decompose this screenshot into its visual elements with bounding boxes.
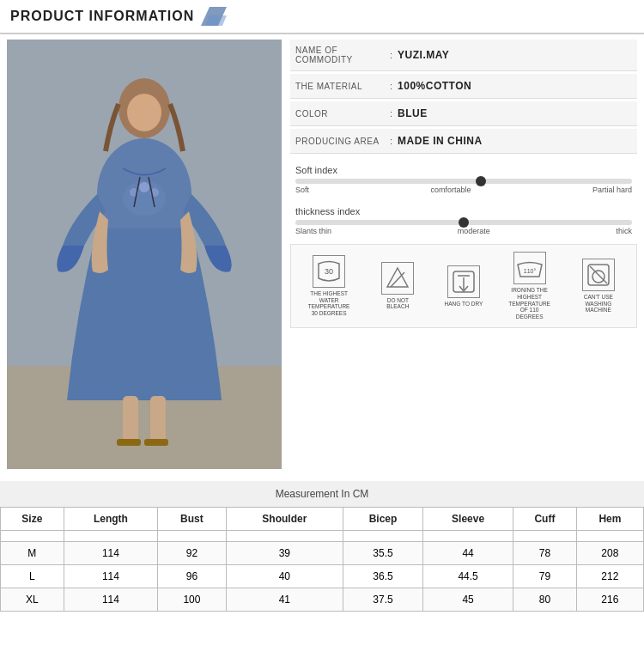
thickness-label-mid: moderate — [458, 227, 490, 235]
svg-rect-16 — [144, 439, 168, 446]
thickness-index-bar — [295, 220, 632, 225]
care-dry-item: HANG TO DRY — [445, 265, 483, 308]
product-image — [7, 40, 282, 469]
svg-rect-15 — [117, 439, 141, 446]
page-header: PRODUCT INFORMATION — [0, 0, 644, 34]
producing-label: PRODUCING AREA — [295, 137, 390, 146]
cell-6: 78 — [513, 542, 577, 565]
svg-rect-14 — [150, 396, 166, 443]
svg-point-12 — [127, 94, 161, 131]
soft-index-dot — [476, 176, 486, 186]
info-row-producing: PRODUCING AREA : MADE IN CHINA — [290, 129, 637, 154]
svg-point-24 — [592, 271, 605, 283]
cell-3: 41 — [226, 588, 343, 612]
cell-7: 216 — [576, 588, 643, 612]
soft-label-right: Partial hard — [592, 186, 632, 194]
measurement-title: Measurement In CM — [7, 484, 637, 503]
cell-7: 208 — [576, 542, 643, 565]
care-machine-label: CAN'T USEWASHING MACHINE — [576, 294, 621, 314]
col-cuff: Cuff — [513, 508, 577, 531]
care-icons-section: 30 THE HIGHEST WATERTEMPERATURE 30 DEGRE… — [290, 244, 637, 328]
cell-0: XL — [1, 588, 64, 612]
cell-7: 212 — [576, 565, 643, 588]
cell-4: 37.5 — [343, 588, 422, 612]
svg-rect-13 — [123, 396, 138, 443]
care-iron-item: 110° IRONING THE HIGHESTTEMPERATURE OF 1… — [507, 252, 552, 320]
cell-3: 40 — [226, 565, 343, 588]
soft-label-mid: comfortable — [430, 186, 471, 194]
col-bust: Bust — [158, 508, 227, 531]
product-info-panel: NAME OF COMMODITY : YUZI.MAY THE MATERIA… — [290, 40, 637, 476]
cell-6: 79 — [513, 565, 577, 588]
cell-4: 36.5 — [343, 565, 422, 588]
cell-2: 92 — [158, 542, 227, 565]
color-value: BLUE — [398, 107, 428, 119]
header-decoration-icon — [201, 7, 227, 26]
thickness-index-section: thickness index Slants thin moderate thi… — [290, 203, 637, 239]
col-bicep: Bicep — [343, 508, 422, 531]
care-iron-icon: 110° — [513, 252, 546, 284]
measurement-section: Measurement In CM — [0, 481, 644, 507]
care-dry-icon — [447, 265, 480, 298]
info-row-color: COLOR : BLUE — [290, 101, 637, 126]
thickness-index-title: thickness index — [295, 206, 632, 216]
cell-6: 80 — [513, 588, 577, 612]
care-machine-icon — [582, 259, 615, 291]
info-row-material: THE MATERIAL : 100%COTTON — [290, 74, 637, 99]
cell-5: 44 — [423, 542, 513, 565]
care-iron-label: IRONING THE HIGHESTTEMPERATURE OF 110 DE… — [507, 287, 552, 320]
care-machine-item: CAN'T USEWASHING MACHINE — [576, 259, 621, 314]
cell-1: 114 — [64, 542, 157, 565]
soft-index-section: Soft index Soft comfortable Partial hard — [290, 161, 637, 198]
table-row: XL1141004137.54580216 — [1, 588, 644, 612]
care-wash-icon: 30 — [313, 255, 345, 288]
measurement-table: Size Length Bust Shoulder Bicep Sleeve C… — [0, 507, 644, 612]
svg-line-19 — [391, 272, 404, 287]
producing-value: MADE IN CHINA — [398, 135, 483, 147]
cell-5: 45 — [423, 588, 513, 612]
thickness-index-dot — [459, 217, 469, 228]
cell-1: 114 — [64, 588, 157, 612]
page-title: PRODUCT INFORMATION — [10, 9, 194, 24]
soft-index-title: Soft index — [295, 165, 632, 175]
material-value: 100%COTTON — [398, 80, 471, 92]
cell-0: M — [1, 542, 64, 565]
care-bleach-icon — [381, 262, 414, 295]
care-dry-label: HANG TO DRY — [445, 301, 483, 308]
col-size: Size — [1, 508, 64, 531]
care-bleach-item: DO NOT BLEACH — [375, 262, 420, 311]
cell-1: 114 — [64, 565, 157, 588]
care-wash-label: THE HIGHEST WATERTEMPERATURE 30 DEGREES — [307, 290, 351, 317]
svg-text:110°: 110° — [523, 268, 536, 274]
table-row: M114923935.54478208 — [1, 542, 644, 565]
color-label: COLOR — [295, 109, 390, 119]
thickness-label-right: thick — [616, 227, 632, 235]
thickness-index-labels: Slants thin moderate thick — [295, 227, 632, 235]
col-sleeve: Sleeve — [423, 508, 513, 531]
cell-2: 96 — [158, 565, 227, 588]
care-bleach-label: DO NOT BLEACH — [375, 297, 420, 311]
product-image-container — [7, 40, 282, 469]
product-image-svg — [7, 40, 282, 469]
cell-4: 35.5 — [343, 542, 422, 565]
care-wash-item: 30 THE HIGHEST WATERTEMPERATURE 30 DEGRE… — [307, 255, 351, 317]
svg-point-7 — [139, 182, 149, 192]
main-content: NAME OF COMMODITY : YUZI.MAY THE MATERIA… — [0, 34, 644, 481]
table-row: L114964036.544.579212 — [1, 565, 644, 588]
material-label: THE MATERIAL — [295, 82, 390, 91]
info-row-name: NAME OF COMMODITY : YUZI.MAY — [290, 40, 637, 71]
cell-2: 100 — [158, 588, 227, 612]
thickness-label-left: Slants thin — [295, 227, 331, 235]
soft-index-labels: Soft comfortable Partial hard — [295, 186, 632, 194]
col-hem: Hem — [576, 508, 643, 531]
svg-marker-18 — [387, 268, 408, 287]
soft-label-left: Soft — [295, 186, 309, 194]
cell-3: 39 — [226, 542, 343, 565]
table-header-row: Size Length Bust Shoulder Bicep Sleeve C… — [1, 508, 644, 531]
col-shoulder: Shoulder — [226, 508, 343, 531]
soft-index-bar — [295, 179, 632, 184]
name-label: NAME OF COMMODITY — [295, 46, 390, 64]
col-length: Length — [64, 508, 157, 531]
cell-5: 44.5 — [423, 565, 513, 588]
svg-text:30: 30 — [325, 267, 333, 276]
